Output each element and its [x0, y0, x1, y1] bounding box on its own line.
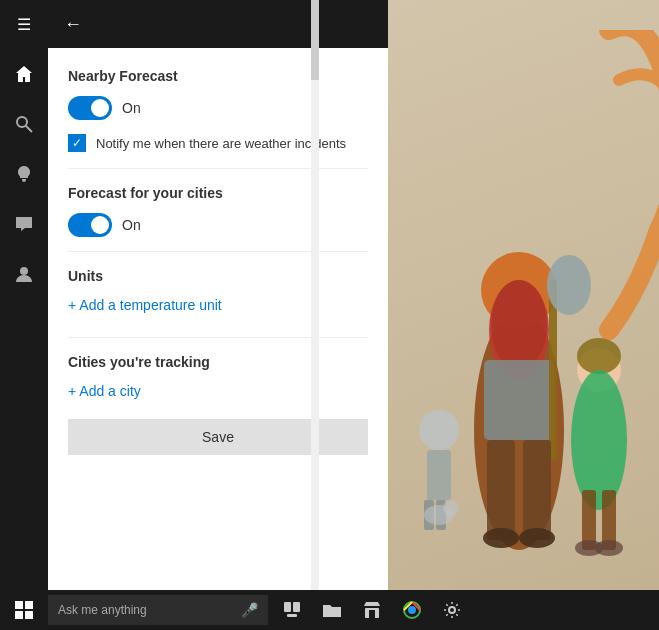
svg-point-24 [17, 117, 27, 127]
search-placeholder-text: Ask me anything [58, 603, 237, 617]
sidebar-item-lightbulb[interactable] [0, 150, 48, 198]
svg-point-26 [20, 267, 28, 275]
weather-incidents-label: Notify me when there are weather inciden… [96, 136, 346, 151]
settings-panel: ← Nearby Forecast On ✓ Notify me when th… [48, 0, 388, 600]
svg-point-18 [577, 338, 621, 374]
svg-point-19 [571, 370, 627, 510]
save-button[interactable]: Save [68, 419, 368, 455]
file-explorer-icon [323, 602, 341, 618]
forecast-cities-toggle-row: On [68, 213, 368, 237]
sidebar: ☰ [0, 0, 48, 600]
svg-rect-33 [287, 614, 297, 617]
svg-rect-27 [15, 601, 23, 609]
nearby-forecast-title: Nearby Forecast [68, 68, 368, 84]
characters-illustration [379, 30, 659, 590]
toggle-knob-2 [91, 216, 109, 234]
windows-icon [15, 601, 33, 619]
scroll-thumb[interactable] [311, 0, 319, 80]
weather-incidents-row: ✓ Notify me when there are weather incid… [68, 134, 368, 152]
lightbulb-icon [14, 164, 34, 184]
file-explorer-button[interactable] [312, 590, 352, 630]
svg-rect-12 [427, 450, 451, 500]
svg-rect-8 [523, 440, 551, 540]
svg-line-25 [26, 126, 32, 132]
taskbar: Ask me anything 🎤 [0, 590, 659, 630]
divider-1 [68, 168, 368, 169]
settings-icon [444, 602, 460, 618]
start-button[interactable] [0, 590, 48, 630]
chrome-icon [403, 601, 421, 619]
svg-point-37 [408, 606, 416, 614]
panel-header: ← [48, 0, 388, 48]
weather-incidents-checkbox[interactable]: ✓ [68, 134, 86, 152]
nearby-forecast-toggle-label: On [122, 100, 141, 116]
nearby-forecast-toggle[interactable] [68, 96, 112, 120]
svg-rect-35 [369, 610, 375, 618]
svg-rect-31 [284, 602, 291, 612]
svg-point-3 [491, 280, 547, 370]
home-icon [14, 64, 34, 84]
nearby-forecast-toggle-row: On [68, 96, 368, 120]
microphone-icon: 🎤 [241, 602, 258, 618]
divider-2 [68, 251, 368, 252]
svg-point-6 [547, 255, 591, 315]
divider-3 [68, 337, 368, 338]
svg-point-10 [519, 528, 555, 548]
task-view-button[interactable] [272, 590, 312, 630]
cities-tracking-title: Cities you're tracking [68, 354, 368, 370]
add-city-link[interactable]: + Add a city [68, 383, 141, 399]
chrome-button[interactable] [392, 590, 432, 630]
toggle-knob [91, 99, 109, 117]
forecast-cities-title: Forecast for your cities [68, 185, 368, 201]
sidebar-item-chat[interactable] [0, 200, 48, 248]
store-icon [364, 602, 380, 618]
checkmark-icon: ✓ [72, 137, 82, 149]
taskbar-search[interactable]: Ask me anything 🎤 [48, 595, 268, 625]
panel-content: Nearby Forecast On ✓ Notify me when ther… [48, 48, 388, 600]
sidebar-item-people[interactable] [0, 250, 48, 298]
svg-rect-4 [484, 360, 554, 440]
svg-rect-32 [293, 602, 300, 612]
hamburger-icon: ☰ [17, 15, 31, 34]
forecast-cities-toggle[interactable] [68, 213, 112, 237]
svg-rect-29 [15, 611, 23, 619]
taskbar-icons [272, 590, 472, 630]
svg-point-11 [419, 410, 459, 450]
svg-point-23 [595, 540, 623, 556]
settings-button[interactable] [432, 590, 472, 630]
chat-icon [14, 214, 34, 234]
people-icon [14, 264, 34, 284]
svg-rect-7 [487, 440, 515, 540]
forecast-cities-toggle-label: On [122, 217, 141, 233]
scrollbar[interactable] [311, 0, 319, 600]
store-button[interactable] [352, 590, 392, 630]
sidebar-item-home[interactable] [0, 50, 48, 98]
sidebar-item-search[interactable] [0, 100, 48, 148]
add-temperature-unit-link[interactable]: + Add a temperature unit [68, 297, 222, 313]
svg-point-9 [483, 528, 519, 548]
search-icon [14, 114, 34, 134]
svg-rect-30 [25, 611, 33, 619]
back-button[interactable]: ← [60, 10, 86, 39]
svg-point-38 [449, 607, 455, 613]
units-title: Units [68, 268, 368, 284]
svg-rect-28 [25, 601, 33, 609]
task-view-icon [284, 602, 300, 618]
hamburger-button[interactable]: ☰ [0, 0, 48, 48]
svg-point-16 [443, 500, 459, 516]
